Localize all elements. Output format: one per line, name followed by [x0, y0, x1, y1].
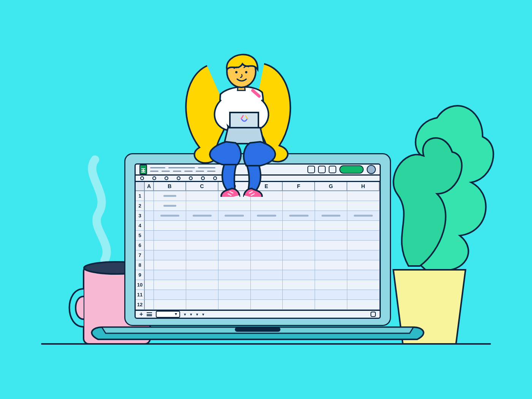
- cell[interactable]: [186, 201, 218, 211]
- cell[interactable]: [347, 280, 380, 290]
- cell[interactable]: [218, 280, 251, 290]
- tab-menu-2[interactable]: ▾: [190, 312, 192, 317]
- cell[interactable]: [154, 250, 186, 260]
- cell[interactable]: [186, 221, 218, 230]
- cell[interactable]: [145, 250, 154, 260]
- cell[interactable]: [283, 221, 315, 230]
- cell[interactable]: [145, 231, 154, 240]
- cell[interactable]: [186, 241, 218, 250]
- cell[interactable]: [145, 201, 154, 211]
- tab-menu-4[interactable]: ▾: [202, 312, 204, 317]
- cell[interactable]: [218, 221, 251, 230]
- cell[interactable]: [283, 270, 315, 280]
- cell[interactable]: [145, 290, 154, 299]
- cell[interactable]: [347, 191, 380, 201]
- cell[interactable]: [218, 250, 251, 260]
- cell[interactable]: [347, 300, 380, 309]
- row-header[interactable]: 8: [136, 260, 145, 270]
- cell[interactable]: [315, 211, 347, 220]
- cell[interactable]: [251, 241, 283, 250]
- cell[interactable]: [186, 211, 218, 220]
- cell[interactable]: [145, 211, 154, 220]
- cell[interactable]: [186, 300, 218, 309]
- cell[interactable]: [283, 300, 315, 309]
- cell[interactable]: [145, 270, 154, 280]
- cell[interactable]: [186, 260, 218, 270]
- cell[interactable]: [145, 191, 154, 201]
- row-header[interactable]: 9: [136, 270, 145, 280]
- all-sheets-button[interactable]: [147, 312, 152, 316]
- cell[interactable]: [283, 201, 315, 211]
- cell[interactable]: [315, 280, 347, 290]
- account-avatar[interactable]: [367, 165, 376, 174]
- toolbar-item[interactable]: [152, 176, 156, 180]
- cell[interactable]: [347, 250, 380, 260]
- row-header[interactable]: 2: [136, 201, 145, 211]
- cell[interactable]: [283, 260, 315, 270]
- sheet-tab[interactable]: [156, 311, 180, 318]
- row-header[interactable]: 5: [136, 231, 145, 240]
- cell[interactable]: [251, 300, 283, 309]
- cell[interactable]: [251, 280, 283, 290]
- row-header[interactable]: 1: [136, 191, 145, 201]
- cell[interactable]: [218, 241, 251, 250]
- cell[interactable]: [154, 290, 186, 299]
- cell[interactable]: [315, 221, 347, 230]
- cell[interactable]: [347, 290, 380, 299]
- cell[interactable]: [218, 260, 251, 270]
- cell[interactable]: [315, 260, 347, 270]
- cell[interactable]: [347, 241, 380, 250]
- cell[interactable]: [251, 211, 283, 220]
- cell[interactable]: [251, 290, 283, 299]
- cell[interactable]: [283, 280, 315, 290]
- cell[interactable]: [283, 290, 315, 299]
- cell[interactable]: [154, 260, 186, 270]
- cell[interactable]: [218, 300, 251, 309]
- cell[interactable]: [154, 201, 186, 211]
- cell[interactable]: [315, 201, 347, 211]
- cell[interactable]: [218, 270, 251, 280]
- tab-menu-1[interactable]: ▾: [184, 312, 186, 317]
- cell[interactable]: [251, 260, 283, 270]
- tab-menu-3[interactable]: ▾: [196, 312, 198, 317]
- cell[interactable]: [154, 211, 186, 220]
- cell[interactable]: [218, 201, 251, 211]
- cell[interactable]: [315, 300, 347, 309]
- cell[interactable]: [347, 221, 380, 230]
- col-header[interactable]: A: [145, 182, 154, 190]
- toolbar-item[interactable]: [140, 176, 144, 180]
- cell[interactable]: [315, 241, 347, 250]
- cell[interactable]: [347, 211, 380, 220]
- cell[interactable]: [145, 300, 154, 309]
- cell[interactable]: [145, 221, 154, 230]
- cell[interactable]: [283, 231, 315, 240]
- cell[interactable]: [283, 241, 315, 250]
- row-header[interactable]: 7: [136, 250, 145, 260]
- cell[interactable]: [315, 250, 347, 260]
- share-button[interactable]: [339, 165, 364, 174]
- cell[interactable]: [186, 231, 218, 240]
- cell[interactable]: [218, 290, 251, 299]
- row-header[interactable]: 12: [136, 300, 145, 309]
- cell[interactable]: [218, 231, 251, 240]
- cell[interactable]: [145, 241, 154, 250]
- cell[interactable]: [315, 290, 347, 299]
- cell[interactable]: [347, 201, 380, 211]
- row-header[interactable]: 6: [136, 241, 145, 250]
- cell[interactable]: [154, 300, 186, 309]
- row-header[interactable]: 4: [136, 221, 145, 230]
- cell[interactable]: [145, 280, 154, 290]
- cell[interactable]: [251, 270, 283, 280]
- cell[interactable]: [154, 231, 186, 240]
- row-header[interactable]: 11: [136, 290, 145, 299]
- cell[interactable]: [315, 270, 347, 280]
- cell[interactable]: [347, 260, 380, 270]
- cell[interactable]: [283, 211, 315, 220]
- cell[interactable]: [186, 290, 218, 299]
- explore-button[interactable]: [370, 312, 376, 317]
- cell[interactable]: [154, 241, 186, 250]
- row-header[interactable]: 3: [136, 211, 145, 220]
- cell[interactable]: [186, 270, 218, 280]
- toolbar-item[interactable]: [165, 176, 168, 180]
- cell[interactable]: [347, 231, 380, 240]
